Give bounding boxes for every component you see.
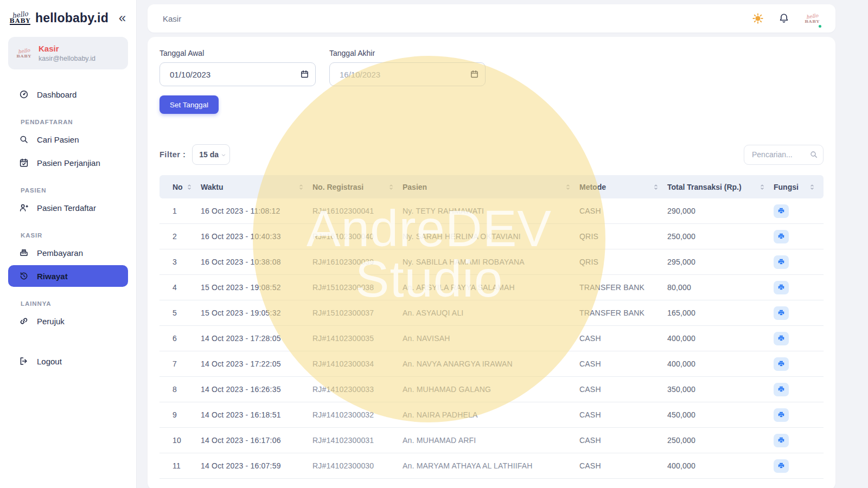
sun-icon bbox=[752, 12, 764, 24]
sort-icon[interactable] bbox=[186, 183, 193, 191]
column-header-fungsi[interactable]: Fungsi bbox=[774, 183, 824, 191]
search-icon bbox=[19, 134, 29, 144]
print-button[interactable] bbox=[774, 408, 789, 422]
sort-icon[interactable] bbox=[387, 183, 395, 191]
print-button[interactable] bbox=[774, 230, 789, 243]
column-header-pasien[interactable]: Pasien bbox=[403, 183, 579, 191]
cell-metode: CASH bbox=[579, 334, 667, 343]
calendar-icon[interactable] bbox=[470, 69, 479, 79]
table-header-row: No Waktu No. Registrasi Pasien Metode To… bbox=[159, 175, 824, 198]
tanggal-awal-input[interactable] bbox=[159, 62, 316, 86]
sort-icon[interactable] bbox=[808, 183, 816, 191]
cell-no: 10 bbox=[159, 436, 201, 445]
table-row: 3 16 Oct 2023 - 10:38:08 RJ#16102300039 … bbox=[159, 249, 824, 275]
cell-waktu: 14 Oct 2023 - 16:26:35 bbox=[201, 385, 312, 394]
set-tanggal-button[interactable]: Set Tanggal bbox=[159, 95, 219, 114]
cell-registrasi: RJ#14102300035 bbox=[312, 334, 403, 343]
tanggal-akhir-input[interactable] bbox=[329, 62, 486, 86]
print-button[interactable] bbox=[774, 383, 789, 396]
cell-metode: CASH bbox=[579, 207, 667, 215]
printer-icon bbox=[777, 284, 785, 291]
cell-registrasi: RJ#14102300033 bbox=[312, 385, 403, 394]
print-button[interactable] bbox=[774, 204, 789, 218]
cell-waktu: 16 Oct 2023 - 10:38:08 bbox=[201, 258, 312, 266]
print-button[interactable] bbox=[774, 357, 789, 371]
table-row: 7 14 Oct 2023 - 17:22:05 RJ#14102300034 … bbox=[159, 351, 824, 377]
cell-no: 5 bbox=[159, 309, 201, 317]
calendar-icon[interactable] bbox=[300, 69, 309, 79]
sidebar-item-riwayat[interactable]: Riwayat bbox=[8, 265, 128, 287]
cell-pasien: An. MUHAMAD GALANG bbox=[403, 385, 579, 394]
column-header-no[interactable]: No bbox=[159, 183, 201, 191]
cell-total: 80,000 bbox=[667, 283, 774, 292]
cell-total: 450,000 bbox=[667, 410, 774, 419]
user-menu-button[interactable]: hello BABY bbox=[804, 10, 820, 27]
page-title: Kasir bbox=[163, 14, 181, 23]
sidebar-item-cari-pasien[interactable]: Cari Pasien bbox=[8, 129, 128, 150]
sidebar-item-perujuk[interactable]: Perujuk bbox=[8, 310, 128, 332]
printer-icon bbox=[777, 360, 785, 368]
column-header-registrasi[interactable]: No. Registrasi bbox=[312, 183, 403, 191]
theme-toggle-button[interactable] bbox=[752, 12, 764, 24]
print-button[interactable] bbox=[774, 281, 789, 294]
registered-patient-icon bbox=[19, 203, 29, 213]
sidebar-item-pasien-terdaftar[interactable]: Pasien Terdaftar bbox=[8, 197, 128, 219]
cell-registrasi: RJ#14102300034 bbox=[312, 359, 403, 368]
column-header-total[interactable]: Total Transaksi (Rp.) bbox=[667, 183, 774, 191]
table-row: 9 14 Oct 2023 - 16:18:51 RJ#14102300032 … bbox=[159, 402, 824, 428]
brand-name: hellobaby.id bbox=[35, 11, 108, 25]
cell-total: 350,000 bbox=[667, 385, 774, 394]
sidebar-collapse-icon[interactable]: « bbox=[118, 11, 127, 24]
cell-no: 2 bbox=[159, 232, 201, 241]
sidebar-item-dashboard[interactable]: Dashboard bbox=[8, 84, 128, 105]
cash-register-icon bbox=[19, 248, 29, 258]
printer-icon bbox=[777, 386, 785, 393]
cell-metode: TRANSFER BANK bbox=[579, 283, 667, 292]
sort-icon[interactable] bbox=[652, 183, 660, 191]
cell-total: 400,000 bbox=[667, 461, 774, 470]
cell-pasien: An. MARYAM ATHAYA AL LATHIIFAH bbox=[403, 461, 579, 470]
printer-icon bbox=[777, 233, 785, 240]
cell-no: 9 bbox=[159, 410, 201, 419]
column-header-metode[interactable]: Metode bbox=[579, 183, 667, 191]
cell-no: 8 bbox=[159, 385, 201, 394]
cell-registrasi: RJ#16102300040 bbox=[312, 232, 403, 241]
sidebar-section-label: PASIEN bbox=[8, 187, 128, 194]
table-row: 11 14 Oct 2023 - 16:07:59 RJ#14102300030… bbox=[159, 453, 824, 479]
cell-registrasi: RJ#14102300031 bbox=[312, 436, 403, 445]
sort-icon[interactable] bbox=[297, 183, 305, 191]
cell-pasien: An. ARSYILA RAYYA SALAMAH bbox=[403, 283, 579, 292]
profile-email: kasir@hellobaby.id bbox=[39, 55, 95, 62]
printer-icon bbox=[777, 436, 785, 444]
table-row: 2 16 Oct 2023 - 10:40:33 RJ#16102300040 … bbox=[159, 224, 824, 249]
sidebar-item-pasien-perjanjian[interactable]: Pasien Perjanjian bbox=[8, 152, 128, 174]
cell-waktu: 14 Oct 2023 - 17:28:05 bbox=[201, 334, 312, 343]
page-size-select[interactable]: 15 da bbox=[192, 144, 230, 165]
sidebar-item-logout[interactable]: Logout bbox=[8, 350, 128, 372]
profile-card[interactable]: hello BABY Kasir kasir@hellobaby.id bbox=[8, 37, 128, 69]
column-header-waktu[interactable]: Waktu bbox=[201, 183, 312, 191]
cell-registrasi: RJ#16102300041 bbox=[312, 207, 403, 215]
notifications-button[interactable] bbox=[778, 12, 790, 24]
print-button[interactable] bbox=[774, 332, 789, 345]
sidebar-item-pembayaran[interactable]: Pembayaran bbox=[8, 242, 128, 264]
cell-registrasi: RJ#14102300030 bbox=[312, 461, 403, 470]
printer-icon bbox=[777, 462, 785, 470]
cell-registrasi: RJ#15102300038 bbox=[312, 283, 403, 292]
sidebar-section-label: KASIR bbox=[8, 232, 128, 239]
table-row: 1 16 Oct 2023 - 11:08:12 RJ#16102300041 … bbox=[159, 198, 824, 224]
logout-icon bbox=[19, 356, 29, 366]
sort-icon[interactable] bbox=[758, 183, 766, 191]
printer-icon bbox=[777, 411, 785, 419]
brand-logo: hello BABY bbox=[9, 7, 31, 29]
cell-no: 1 bbox=[159, 207, 201, 215]
print-button[interactable] bbox=[774, 459, 789, 473]
print-button[interactable] bbox=[774, 434, 789, 447]
cell-waktu: 16 Oct 2023 - 11:08:12 bbox=[201, 207, 312, 215]
sort-icon[interactable] bbox=[564, 183, 572, 191]
cell-registrasi: RJ#14102300032 bbox=[312, 410, 403, 419]
print-button[interactable] bbox=[774, 255, 789, 269]
cell-pasien: Ny. SABILLA HAMAMI ROBAYANA bbox=[403, 258, 579, 266]
print-button[interactable] bbox=[774, 306, 789, 320]
tanggal-akhir-label: Tanggal Akhir bbox=[329, 49, 486, 57]
